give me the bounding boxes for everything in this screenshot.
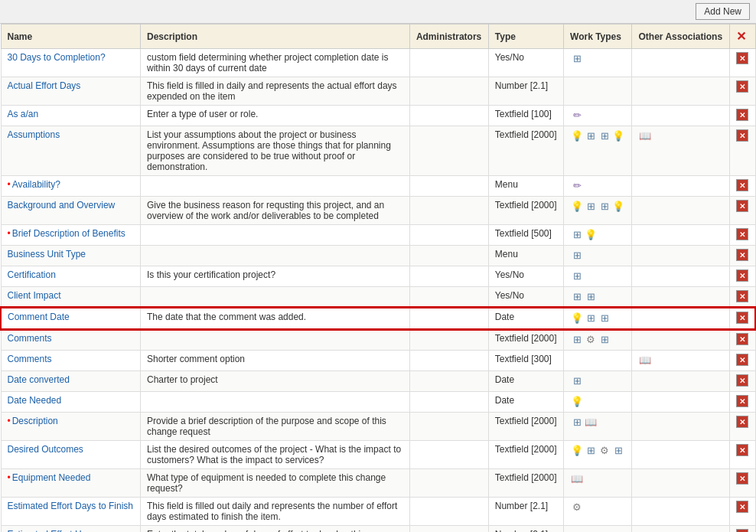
delete-icon[interactable]: ✕ (736, 333, 748, 345)
field-description-cell: Shorter comment option (140, 351, 409, 371)
field-work-types-cell: ⚙ (564, 498, 632, 526)
field-name-link[interactable]: Comments (8, 354, 52, 364)
field-name-link[interactable]: 30 Days to Completion? (8, 52, 106, 63)
delete-icon[interactable]: ✕ (736, 80, 748, 93)
field-other-associations-cell (632, 371, 729, 392)
field-delete-cell: ✕ (729, 126, 755, 176)
field-type-cell: Yes/No (488, 287, 563, 308)
required-indicator: • (8, 179, 11, 190)
field-name-cell: Assumptions (1, 126, 140, 176)
field-work-types-cell: ⊞⚙⊞ (564, 329, 632, 351)
delete-icon[interactable]: ✕ (736, 312, 748, 324)
field-administrators-cell (409, 498, 488, 526)
field-type-cell: Textfield [100] (488, 106, 563, 126)
delete-icon[interactable]: ✕ (736, 374, 748, 387)
table-row: •Availability?Menu✏✕ (1, 176, 755, 197)
table-row: CommentsShorter comment optionTextfield … (1, 351, 755, 371)
field-name-link[interactable]: Brief Description of Benefits (12, 228, 125, 239)
add-new-button[interactable]: Add New (696, 3, 750, 20)
field-name-link[interactable]: Desired Outcomes (8, 444, 83, 455)
required-indicator: • (8, 472, 11, 483)
field-name-link[interactable]: As a/an (8, 109, 39, 119)
field-other-associations-cell (632, 413, 729, 441)
field-administrators-cell (409, 287, 488, 308)
book-icon: 📖 (639, 130, 651, 142)
field-name-link[interactable]: Equipment Needed (12, 472, 91, 483)
col-header-work-types: Work Types (564, 24, 632, 49)
delete-icon[interactable]: ✕ (736, 200, 748, 212)
field-type-cell: Textfield [2000] (488, 197, 563, 225)
bulb-icon: 💡 (571, 130, 583, 142)
field-name-link[interactable]: Certification (8, 269, 56, 280)
field-name-cell: Background and Overview (1, 197, 140, 225)
field-name-link[interactable]: Comments (8, 333, 52, 344)
field-name-cell: Date converted (1, 371, 140, 392)
book-icon: 📖 (585, 416, 597, 429)
delete-icon[interactable]: ✕ (736, 416, 748, 428)
delete-icon[interactable]: ✕ (736, 501, 748, 513)
field-type-cell: Menu (488, 246, 563, 266)
field-name-link[interactable]: Client Impact (8, 290, 61, 301)
field-type-cell: Textfield [2000] (488, 126, 563, 176)
field-name-cell: •Description (1, 413, 140, 441)
delete-icon[interactable]: ✕ (736, 444, 748, 456)
field-name-link[interactable]: Actual Effort Days (8, 80, 81, 91)
field-work-types-cell: ⊞ (564, 266, 632, 287)
field-name-link[interactable]: Description (12, 416, 58, 426)
field-name-link[interactable]: Business Unit Type (8, 249, 86, 259)
delete-icon[interactable]: ✕ (736, 269, 748, 282)
delete-icon[interactable]: ✕ (736, 472, 748, 485)
field-work-types-cell: ⊞ (564, 49, 632, 77)
field-delete-cell: ✕ (729, 392, 755, 413)
delete-icon[interactable]: ✕ (736, 52, 748, 64)
delete-icon[interactable]: ✕ (736, 290, 748, 302)
delete-icon[interactable]: ✕ (736, 129, 748, 142)
col-header-name: Name (1, 24, 140, 49)
field-name-link[interactable]: Date converted (8, 374, 70, 385)
field-name-link[interactable]: Date Needed (8, 395, 62, 406)
field-delete-cell: ✕ (729, 246, 755, 266)
delete-icon[interactable]: ✕ (736, 354, 748, 366)
delete-icon[interactable]: ✕ (736, 249, 748, 261)
pencil-icon: ✏ (571, 180, 583, 192)
field-name-cell: •Availability? (1, 176, 140, 197)
field-type-cell: Textfield [300] (488, 351, 563, 371)
field-name-cell: Comments (1, 351, 140, 371)
field-name-link[interactable]: Availability? (12, 179, 60, 190)
field-name-cell: 30 Days to Completion? (1, 49, 140, 77)
field-other-associations-cell (632, 469, 729, 498)
delete-icon[interactable]: ✕ (736, 228, 748, 240)
field-work-types-cell: ⊞ (564, 371, 632, 392)
field-name-cell: Estimated Effort Days to Finish (1, 498, 140, 526)
field-other-associations-cell (632, 106, 729, 126)
delete-icon[interactable]: ✕ (736, 179, 748, 191)
delete-icon[interactable]: ✕ (736, 529, 748, 532)
field-work-types-cell: 💡 (564, 392, 632, 413)
field-name-link[interactable]: Assumptions (8, 129, 60, 140)
grid-icon: ⊞ (585, 201, 597, 213)
field-other-associations-cell (632, 498, 729, 526)
field-other-associations-cell (632, 526, 729, 533)
field-description-cell (140, 246, 409, 266)
delete-icon[interactable]: ✕ (736, 395, 748, 407)
field-name-link[interactable]: Background and Overview (8, 200, 116, 211)
field-administrators-cell (409, 106, 488, 126)
grid-icon: ⊞ (598, 312, 611, 325)
field-description-cell: This field is filled in daily and repres… (140, 77, 409, 106)
field-delete-cell: ✕ (729, 176, 755, 197)
field-delete-cell: ✕ (729, 197, 755, 225)
table-row: Date convertedCharter to projectDate⊞✕ (1, 371, 755, 392)
field-type-cell: Date (488, 308, 563, 329)
delete-icon[interactable]: ✕ (736, 109, 748, 121)
table-row: Desired OutcomesList the desired outcome… (1, 441, 755, 469)
table-row: Date NeededDate💡✕ (1, 392, 755, 413)
field-other-associations-cell (632, 49, 729, 77)
field-name-link[interactable]: Estimated Effort Days to Finish (8, 501, 134, 511)
field-description-cell: Provide a brief description of the purpo… (140, 413, 409, 441)
field-other-associations-cell: 📖 (632, 351, 729, 371)
table-row: •Equipment NeededWhat type of equipment … (1, 469, 755, 498)
field-name-link[interactable]: Comment Date (8, 312, 70, 322)
grid-icon: ⊞ (571, 53, 583, 65)
field-name-link[interactable]: Estimated Effort Hours (8, 529, 100, 532)
field-type-cell: Textfield [500] (488, 225, 563, 246)
